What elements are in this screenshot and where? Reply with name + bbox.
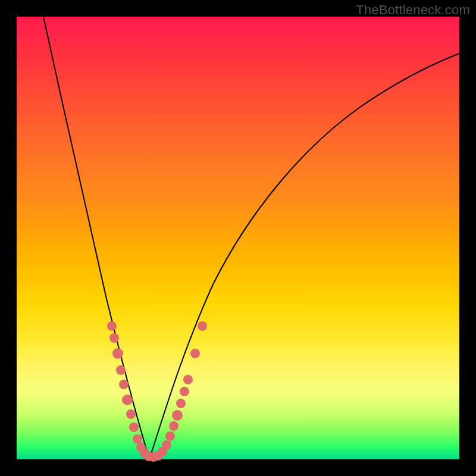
svg-point-3 xyxy=(116,365,126,375)
svg-point-21 xyxy=(183,375,193,384)
svg-point-15 xyxy=(162,440,171,450)
chart-frame: TheBottleneck.com xyxy=(0,0,476,476)
plot-area xyxy=(17,17,459,459)
right-curve xyxy=(149,54,459,459)
svg-point-16 xyxy=(165,431,175,441)
svg-point-5 xyxy=(122,394,133,405)
svg-point-18 xyxy=(172,410,183,421)
svg-point-8 xyxy=(133,434,142,444)
svg-point-4 xyxy=(119,380,129,389)
data-dots xyxy=(107,321,207,462)
svg-point-20 xyxy=(180,387,189,396)
svg-point-19 xyxy=(176,399,186,408)
svg-point-0 xyxy=(107,321,117,331)
svg-point-6 xyxy=(126,409,136,419)
left-curve xyxy=(43,17,149,459)
curve-layer xyxy=(17,17,459,459)
svg-point-22 xyxy=(190,349,200,358)
svg-point-23 xyxy=(198,321,207,331)
svg-point-2 xyxy=(112,348,123,359)
svg-point-7 xyxy=(129,422,139,432)
svg-point-17 xyxy=(169,421,178,431)
svg-point-1 xyxy=(109,333,119,343)
watermark-text: TheBottleneck.com xyxy=(356,2,470,18)
